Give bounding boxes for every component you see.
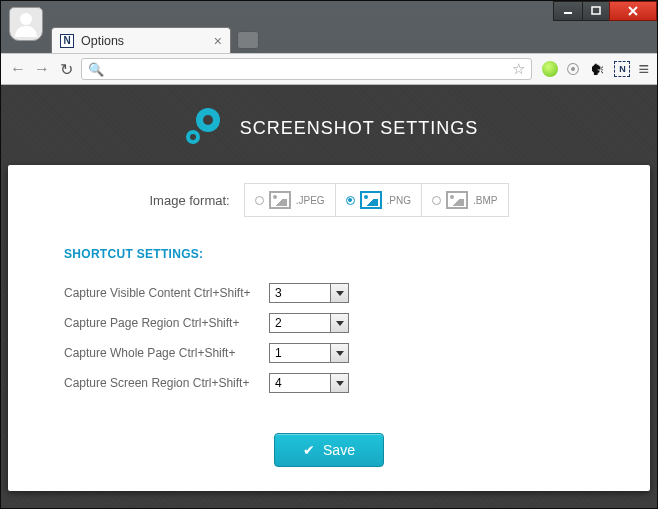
shortcut-select[interactable]: 3 — [269, 283, 349, 303]
browser-tab[interactable]: N Options × — [51, 27, 231, 53]
tab-strip: N Options × — [1, 25, 657, 53]
new-tab-button[interactable] — [237, 31, 259, 49]
image-icon — [360, 191, 382, 209]
shortcut-value: 2 — [270, 314, 330, 332]
forward-button[interactable]: → — [33, 60, 51, 78]
back-button[interactable]: ← — [9, 60, 27, 78]
save-row: ✔ Save — [58, 433, 600, 467]
image-format-row: Image format: .JPEG .PNG — [58, 183, 600, 217]
extension-location-icon[interactable]: ⦿ — [566, 61, 582, 77]
shortcut-select[interactable]: 1 — [269, 343, 349, 363]
tab-title: Options — [81, 34, 124, 48]
radio-icon — [255, 196, 264, 205]
format-option-label: .JPEG — [296, 195, 325, 206]
extension-green-dot-icon[interactable] — [542, 61, 558, 77]
chevron-down-icon — [330, 284, 348, 302]
extension-n-icon[interactable]: N — [614, 61, 630, 77]
shortcut-label: Capture Visible Content Ctrl+Shift+ — [64, 286, 269, 300]
format-option-jpeg[interactable]: .JPEG — [245, 184, 336, 216]
save-button-label: Save — [323, 442, 355, 458]
image-format-label: Image format: — [149, 193, 229, 208]
format-option-label: .PNG — [387, 195, 411, 206]
svg-rect-0 — [564, 12, 572, 14]
page-header: SCREENSHOT SETTINGS — [8, 91, 650, 165]
page-title: SCREENSHOT SETTINGS — [240, 118, 479, 139]
window-close-button[interactable] — [609, 1, 657, 21]
shortcut-label: Capture Screen Region Ctrl+Shift+ — [64, 376, 269, 390]
reload-button[interactable]: ↻ — [57, 60, 75, 79]
image-icon — [269, 191, 291, 209]
page-content: SCREENSHOT SETTINGS Image format: .JPEG … — [1, 85, 657, 508]
shortcut-row-screen-region: Capture Screen Region Ctrl+Shift+ 4 — [64, 373, 600, 393]
settings-gears-icon — [180, 106, 224, 150]
shortcut-settings-heading: SHORTCUT SETTINGS: — [64, 247, 600, 261]
address-bar[interactable]: 🔍 ☆ — [81, 58, 532, 80]
shortcut-row-whole-page: Capture Whole Page Ctrl+Shift+ 1 — [64, 343, 600, 363]
chevron-down-icon — [330, 374, 348, 392]
shortcut-value: 4 — [270, 374, 330, 392]
format-option-label: .BMP — [473, 195, 497, 206]
shortcut-row-page-region: Capture Page Region Ctrl+Shift+ 2 — [64, 313, 600, 333]
maximize-icon — [591, 6, 601, 16]
search-icon: 🔍 — [88, 62, 104, 77]
browser-menu-button[interactable]: ≡ — [638, 59, 649, 80]
tab-favicon: N — [60, 34, 74, 48]
chevron-down-icon — [330, 314, 348, 332]
format-option-png[interactable]: .PNG — [336, 184, 422, 216]
window-titlebar — [1, 1, 657, 25]
shortcut-label: Capture Page Region Ctrl+Shift+ — [64, 316, 269, 330]
radio-icon — [432, 196, 441, 205]
radio-icon — [346, 196, 355, 205]
save-button[interactable]: ✔ Save — [274, 433, 384, 467]
shortcut-value: 3 — [270, 284, 330, 302]
profile-avatar-button[interactable] — [9, 7, 43, 41]
browser-toolbar: ← → ↻ 🔍 ☆ ⦿ 🗣 N ≡ — [1, 53, 657, 85]
shortcut-select[interactable]: 4 — [269, 373, 349, 393]
shortcut-rows: Capture Visible Content Ctrl+Shift+ 3 Ca… — [58, 283, 600, 393]
close-icon — [627, 5, 639, 17]
shortcut-value: 1 — [270, 344, 330, 362]
image-format-options: .JPEG .PNG .BMP — [244, 183, 509, 217]
shortcut-label: Capture Whole Page Ctrl+Shift+ — [64, 346, 269, 360]
minimize-icon — [563, 6, 573, 16]
tab-close-button[interactable]: × — [214, 34, 222, 48]
format-option-bmp[interactable]: .BMP — [422, 184, 507, 216]
settings-panel: Image format: .JPEG .PNG — [8, 165, 650, 491]
extension-icons: ⦿ 🗣 N ≡ — [538, 59, 649, 80]
browser-window: N Options × ← → ↻ 🔍 ☆ ⦿ 🗣 N ≡ SCREENSHOT… — [0, 0, 658, 509]
svg-rect-1 — [592, 7, 600, 14]
shortcut-row-visible-content: Capture Visible Content Ctrl+Shift+ 3 — [64, 283, 600, 303]
window-minimize-button[interactable] — [553, 1, 583, 21]
image-icon — [446, 191, 468, 209]
bookmark-star-icon[interactable]: ☆ — [512, 60, 525, 78]
chevron-down-icon — [330, 344, 348, 362]
shortcut-select[interactable]: 2 — [269, 313, 349, 333]
checkmark-icon: ✔ — [303, 442, 315, 458]
window-maximize-button[interactable] — [582, 1, 610, 21]
extension-silhouette-icon[interactable]: 🗣 — [590, 61, 606, 77]
